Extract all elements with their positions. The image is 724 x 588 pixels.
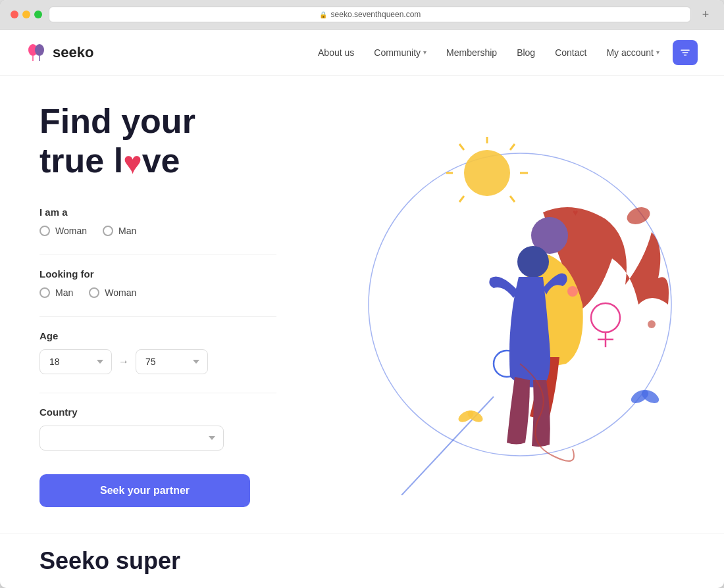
teaser-title: Seeko super <box>39 547 685 575</box>
bottom-teaser: Seeko super <box>0 533 724 588</box>
nav-action-button[interactable] <box>673 40 698 65</box>
i-am-section: I am a Woman Man <box>39 207 276 236</box>
filter-icon <box>679 47 691 59</box>
svg-point-24 <box>599 335 625 356</box>
nav-contact-label: Contact <box>555 47 586 58</box>
svg-point-1 <box>35 44 44 56</box>
svg-point-43 <box>648 320 656 328</box>
svg-point-9 <box>464 150 510 196</box>
nav-about-label: About us <box>318 47 354 58</box>
svg-line-14 <box>459 144 464 150</box>
lock-icon: 🔒 <box>319 11 327 18</box>
form-divider-1 <box>39 255 276 255</box>
url-text: seeko.seventhqueen.com <box>331 10 421 19</box>
age-row: 18192025 303540 → 75655545 3525 <box>39 349 276 374</box>
svg-point-25 <box>627 336 650 355</box>
hero-section: Find your true l♥ve I am a Woman Man <box>0 76 724 533</box>
svg-line-8 <box>401 397 494 495</box>
hero-left: Find your true l♥ve I am a Woman Man <box>0 76 316 533</box>
country-select[interactable]: United States United Kingdom Canada Aust… <box>39 426 224 451</box>
logo-svg <box>26 42 47 63</box>
i-am-man-label: Man <box>118 226 136 236</box>
nav-blog[interactable]: Blog <box>517 47 535 58</box>
looking-woman-label: Woman <box>105 287 136 298</box>
age-from-select[interactable]: 18192025 303540 <box>39 349 112 374</box>
age-label: Age <box>39 330 276 341</box>
logo-text: seeko <box>53 44 93 61</box>
svg-point-19 <box>433 305 462 328</box>
hero-title: Find your true l♥ve <box>39 102 276 181</box>
i-am-man-option[interactable]: Man <box>103 226 136 236</box>
age-arrow-icon: → <box>118 356 129 368</box>
svg-point-18 <box>405 305 438 331</box>
looking-man-label: Man <box>55 287 73 298</box>
page-content: seeko About us Community ▾ Membership Bl… <box>0 30 724 588</box>
looking-woman-option[interactable]: Woman <box>89 287 136 298</box>
svg-line-16 <box>459 196 464 202</box>
age-section: Age 18192025 303540 → 75655545 3525 <box>39 330 276 374</box>
i-am-woman-radio[interactable] <box>39 226 50 236</box>
browser-chrome: 🔒 seeko.seventhqueen.com + <box>0 0 724 30</box>
chevron-down-icon: ▾ <box>423 49 427 56</box>
nav-community[interactable]: Community ▾ <box>374 47 427 58</box>
svg-line-11 <box>510 144 515 150</box>
age-to-select[interactable]: 75655545 3525 <box>136 349 208 374</box>
cta-label: Seek your partner <box>100 485 190 496</box>
i-am-man-radio[interactable] <box>103 226 113 236</box>
form-divider-3 <box>39 393 276 393</box>
looking-woman-radio[interactable] <box>89 287 99 298</box>
i-am-radio-group: Woman Man <box>39 226 276 236</box>
i-am-woman-label: Woman <box>55 226 87 236</box>
svg-point-26 <box>591 303 620 332</box>
svg-point-42 <box>567 286 578 297</box>
logo-icon <box>26 42 47 63</box>
heart-icon: ♥ <box>123 147 142 179</box>
nav-about[interactable]: About us <box>318 47 354 58</box>
looking-for-section: Looking for Man Woman <box>39 268 276 298</box>
country-section: Country United States United Kingdom Can… <box>39 406 276 451</box>
maximize-button[interactable] <box>34 11 42 18</box>
logo[interactable]: seeko <box>26 42 93 63</box>
country-label: Country <box>39 406 276 418</box>
nav-community-label: Community <box>374 47 421 58</box>
nav-blog-label: Blog <box>517 47 535 58</box>
traffic-lights <box>11 11 42 18</box>
nav-links: About us Community ▾ Membership Blog Con… <box>318 47 659 58</box>
seek-partner-button[interactable]: Seek your partner <box>39 474 250 507</box>
navbar: seeko About us Community ▾ Membership Bl… <box>0 30 724 76</box>
form-divider-2 <box>39 316 276 317</box>
hero-right: ♥ ♥ <box>316 76 724 533</box>
looking-for-radio-group: Man Woman <box>39 287 276 298</box>
i-am-woman-option[interactable]: Woman <box>39 226 87 236</box>
i-am-label: I am a <box>39 207 276 218</box>
looking-man-radio[interactable] <box>39 287 50 298</box>
nav-contact[interactable]: Contact <box>555 47 586 58</box>
looking-for-label: Looking for <box>39 268 276 280</box>
nav-membership[interactable]: Membership <box>446 47 497 58</box>
looking-man-option[interactable]: Man <box>39 287 73 298</box>
browser-window: 🔒 seeko.seventhqueen.com + seeko <box>0 0 724 588</box>
url-bar[interactable]: 🔒 seeko.seventhqueen.com <box>49 7 691 22</box>
nav-myaccount[interactable]: My account ▾ <box>606 47 659 58</box>
new-tab-button[interactable]: + <box>698 7 713 22</box>
svg-line-13 <box>510 196 515 202</box>
close-button[interactable] <box>11 11 18 18</box>
nav-myaccount-label: My account <box>606 47 654 58</box>
svg-point-41 <box>517 246 549 278</box>
hero-illustration: ♥ ♥ <box>349 114 691 495</box>
minimize-button[interactable] <box>22 11 30 18</box>
chevron-down-icon-2: ▾ <box>656 49 659 56</box>
nav-membership-label: Membership <box>446 47 497 58</box>
